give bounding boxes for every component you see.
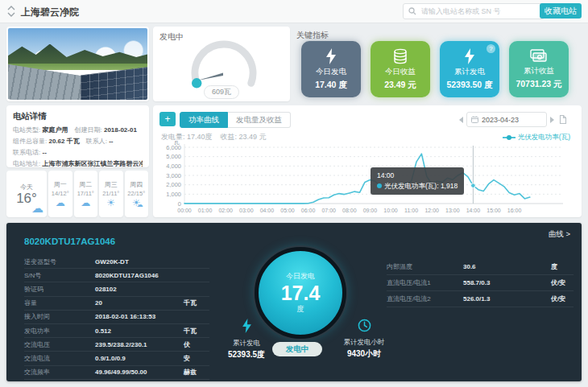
kpi-label: 今日收益: [385, 67, 416, 77]
svg-text:06:00: 06:00: [301, 208, 316, 213]
table-row: 接入时间 2018-02-01 16:13:53: [24, 311, 209, 324]
row-value: 20: [95, 299, 184, 307]
kpi-section-title: 关键指标: [296, 30, 329, 41]
generating-status-button[interactable]: 发电中: [272, 342, 322, 356]
detail-row: 联系电话: --: [13, 148, 143, 157]
station-switch-icon[interactable]: [6, 6, 16, 17]
row-value: 0.512: [95, 327, 184, 335]
prev-day-button[interactable]: [459, 117, 463, 123]
date-navigation: 2023-04-23: [459, 112, 567, 127]
row-value: 526.0/1.3: [463, 295, 551, 303]
svg-text:16:00: 16:00: [507, 208, 522, 213]
row-value: 2018-02-01 16:13:53: [95, 313, 184, 320]
kpi-value: 52393.50 度: [446, 80, 492, 91]
row-unit: 伏/安: [551, 278, 574, 287]
cash-icon: [530, 49, 548, 64]
station-photo: [6, 27, 149, 101]
row-label: 逆变器型号: [24, 257, 95, 266]
date-picker[interactable]: 2023-04-23: [466, 112, 547, 127]
row-label: 验证码: [24, 285, 95, 294]
weather-icon: [81, 198, 90, 208]
detail-row: 电站类型: 家庭户用 创建日期: 2018-02-01: [13, 126, 143, 134]
curve-link[interactable]: 曲线 >: [549, 229, 570, 240]
export-icon[interactable]: [557, 114, 567, 125]
weather-temp: 22/15°: [127, 190, 145, 197]
legend-line-icon: [503, 137, 516, 138]
weather-day-card: 周三 21/11°: [99, 171, 123, 217]
svg-text:11:00: 11:00: [404, 208, 418, 213]
svg-text:14:00: 14:00: [466, 208, 481, 213]
search-input[interactable]: [420, 6, 528, 16]
row-label: S/N号: [24, 271, 95, 280]
tab-energy-income[interactable]: 发电量及收益: [228, 112, 291, 128]
bolt-icon: [464, 48, 475, 64]
kpi-value: 17.40 度: [315, 80, 347, 91]
svg-text:00:00: 00:00: [177, 208, 192, 213]
favorite-station-button[interactable]: 收藏电站: [540, 3, 582, 19]
station-detail-card: 电站详情 电站类型: 家庭户用 创建日期: 2018-02-01 组件总容量: …: [6, 105, 149, 167]
power-curve-card: + 功率曲线 发电量及收益 2023-04-23 发电: [153, 105, 582, 217]
row-label: 接入时间: [24, 312, 95, 321]
svg-text:07:00: 07:00: [321, 208, 336, 213]
kpi-total-income: 累计收益 70731.23 元: [509, 41, 569, 97]
svg-text:13:00: 13:00: [445, 208, 460, 213]
kpi-today-energy: 今日发电 17.40 度: [301, 41, 361, 97]
tab-power-curve[interactable]: 功率曲线: [180, 112, 228, 128]
row-unit: 安: [184, 354, 209, 363]
svg-text:12:00: 12:00: [424, 208, 439, 213]
search-icon: [408, 7, 416, 15]
svg-text:15:00: 15:00: [487, 208, 501, 213]
row-value: 30.6: [463, 263, 551, 270]
table-row: 容量 20 千瓦: [24, 297, 209, 311]
stat-value: 9430小时: [325, 348, 403, 360]
weather-day-label: 周二: [79, 180, 92, 189]
row-unit: 赫兹: [184, 368, 209, 377]
gauge-label: 今日发电: [286, 271, 315, 282]
detail-title: 电站详情: [13, 111, 143, 122]
clock-icon: [358, 319, 371, 332]
weather-temp: 21/11°: [102, 190, 119, 197]
row-label: 发电功率: [24, 327, 95, 336]
row-value: GW20K-DT: [95, 258, 184, 266]
tooltip-value: 光伏发电功率(瓦): 1,918: [377, 181, 458, 191]
kpi-value: 70731.23 元: [516, 79, 561, 90]
row-unit: 伏: [184, 340, 209, 349]
total-hours-stat: 累计发电小时 9430小时: [325, 319, 403, 360]
current-power-value: 609瓦: [204, 85, 239, 99]
row-value: 49.96/49.99/50.00: [95, 368, 184, 376]
row-label: 交流电流: [24, 354, 95, 363]
kpi-total-energy: ? 累计发电 52393.50 度: [440, 41, 499, 97]
inverter-serial-title: 8020KDTU17AG1046: [24, 237, 115, 246]
table-row: 内部温度 30.6 度: [387, 259, 574, 275]
help-icon[interactable]: ?: [487, 44, 495, 53]
row-unit: 度: [551, 262, 574, 271]
row-label: 交流频率: [24, 368, 95, 377]
svg-text:04:00: 04:00: [260, 208, 275, 213]
weather-day-label: 周一: [54, 180, 67, 189]
table-row: 验证码 028102: [24, 282, 209, 296]
svg-text:5,000: 5,000: [166, 153, 181, 160]
row-label: 交流电压: [24, 340, 95, 349]
table-row: 交流电流 0.9/1.0/0.9 安: [24, 352, 209, 365]
weather-today-card: 今天 16°: [6, 171, 47, 217]
generating-status-label: 发电中: [159, 31, 184, 43]
add-chart-button[interactable]: +: [159, 112, 176, 126]
svg-text:4,000: 4,000: [166, 163, 181, 170]
weather-temp: 17/11°: [77, 190, 94, 197]
bolt-icon: [325, 48, 337, 64]
weather-forecast: 今天 16° 周一 14/12° 周二 17/11° 周三: [6, 171, 149, 217]
solar-panels-image: [8, 28, 147, 100]
next-day-button[interactable]: [550, 117, 554, 123]
row-value: 0.9/1.0/0.9: [95, 355, 184, 362]
weather-temp: 14/12°: [52, 190, 69, 197]
solar-dashboard: 上海碧云净院 收藏电站 发电中 609瓦 关键指标: [0, 0, 588, 387]
station-search[interactable]: [403, 3, 545, 19]
table-row: 交流频率 49.96/49.99/50.00 赫兹: [24, 366, 209, 380]
svg-text:08:00: 08:00: [342, 208, 357, 213]
row-label: 直流电压/电流2: [387, 294, 463, 303]
svg-text:10:00: 10:00: [383, 208, 398, 213]
kpi-label: 累计收益: [524, 66, 554, 76]
table-row: S/N号 8020KDTU17AG1046: [24, 269, 209, 282]
power-line-chart[interactable]: 01,0002,0003,0004,0005,0006,000瓦00:0001:…: [156, 141, 571, 215]
coins-icon: [392, 48, 408, 64]
